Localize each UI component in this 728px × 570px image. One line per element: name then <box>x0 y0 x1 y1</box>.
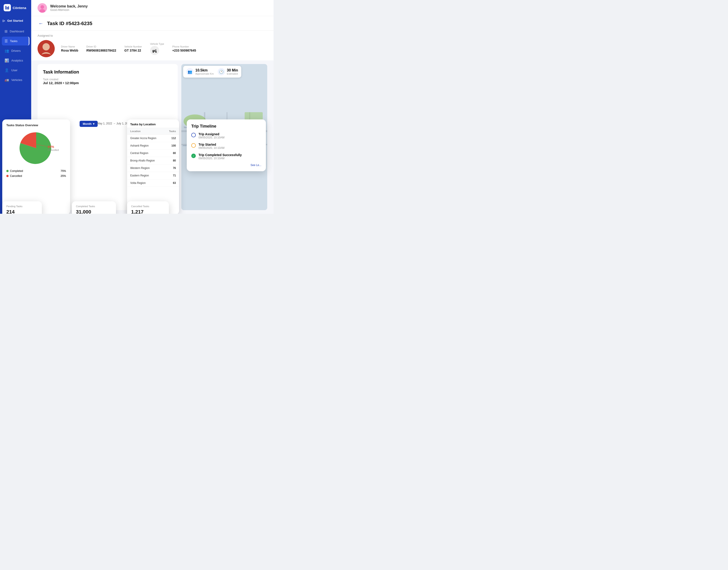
driver-name-value: Rosa Webb <box>61 49 78 52</box>
tbl-header: Tasks by Location <box>127 119 179 128</box>
sidebar-item-tasks[interactable]: ☰ Tasks <box>2 37 29 45</box>
list-item: Trip Started 09/05/2020, 10:10AM <box>191 143 261 150</box>
pie-legend: Completed 75% Cancelled 25% <box>6 170 66 178</box>
see-more-link[interactable]: See Le... <box>191 164 261 167</box>
timeline-date: 09/05/2020, 10:10AM <box>198 157 242 160</box>
back-button[interactable]: ← <box>38 20 44 27</box>
welcome-greeting: Welcome back, Jenny <box>50 4 88 8</box>
table-row: Brong-Ahafo Region80 <box>127 157 179 165</box>
cancelled-label: Cancelled <box>10 175 22 178</box>
task-info-title: Task Information <box>43 69 172 75</box>
svg-rect-1 <box>7 7 8 9</box>
table-row: Greater Accra Region112 <box>127 134 179 142</box>
distance-value: 10.5km <box>195 68 214 72</box>
table-row: Western Region76 <box>127 165 179 172</box>
date-range: May 1, 2022 → July 1, 2022 <box>97 122 131 125</box>
time-label: Estimated <box>227 72 238 75</box>
completed-icon: ✓ <box>191 154 196 158</box>
svg-rect-0 <box>5 6 6 9</box>
phone-group: Phone Number +233 500987645 <box>172 45 196 52</box>
app-name: Cöntena <box>13 6 26 10</box>
task-id: Task ID #5423-6235 <box>47 21 92 26</box>
sidebar-item-analytics[interactable]: 📊 Analytics <box>2 56 29 65</box>
svg-point-12 <box>153 51 154 53</box>
get-started-button[interactable]: ▷ Get Started <box>0 17 31 27</box>
dashboard-label: Dashboard <box>10 30 24 33</box>
timeline-status: Trip Started <box>198 143 224 147</box>
tasks-by-location-card: Tasks by Location Location Tasks Greater… <box>127 119 179 214</box>
analytics-label: Analytics <box>11 59 23 62</box>
svg-line-24 <box>28 142 50 147</box>
table-row: Central Region80 <box>127 150 179 157</box>
pie-label: 25% Cancelled <box>48 145 59 151</box>
completed-tasks-value: 31,000 <box>76 209 112 214</box>
svg-point-4 <box>40 5 44 9</box>
map-stats-overlay: 👥 10.5km Approximate Km 🕐 30 Min Estimat… <box>183 66 241 77</box>
cancelled-tasks-value: 1,217 <box>131 209 165 214</box>
completed-tasks-label: Completed Tasks <box>76 205 112 208</box>
sidebar-item-drivers[interactable]: 👥 Drivers <box>2 46 29 55</box>
pie-percentage: 25% <box>48 145 59 149</box>
sidebar-item-dashboard[interactable]: ⊞ Dashboard <box>2 27 29 36</box>
sidebar-item-user[interactable]: 👤 User <box>2 66 29 75</box>
avatar <box>38 3 47 13</box>
vehicles-icon: 🚛 <box>5 78 9 82</box>
welcome-text: Welcome back, Jenny Good Afternoon <box>50 4 88 12</box>
time-stat: 🕐 30 Min Estimated <box>218 68 238 75</box>
tasks-icon: ☰ <box>5 39 8 43</box>
timeline-date: 09/05/2020, 10:10AM <box>198 147 224 150</box>
phone-value: +233 500987645 <box>172 49 196 52</box>
vehicle-number-group: Vehicle Number GT 3784 22 <box>124 45 142 52</box>
pending-tasks-card: Pending Tasks 214 80k <box>2 201 42 214</box>
completed-tasks-card: Completed Tasks 31,000 +20% 80k <box>72 201 116 214</box>
distance-label: Approximate Km <box>195 72 214 75</box>
legend-cancelled: Cancelled 25% <box>6 175 66 178</box>
svg-rect-2 <box>8 6 9 9</box>
task-header: ← Task ID #5423-6235 <box>38 20 267 27</box>
completed-pct: 75% <box>61 170 66 173</box>
tbl-body: Greater Accra Region112Ashanti Region100… <box>127 134 179 187</box>
vehicle-type-icon <box>150 46 159 55</box>
vehicle-type-group: Vehicle Type <box>150 42 164 55</box>
tasks-status-overview-card: Tasks Status Overview 25% Cancelled <box>2 119 70 214</box>
date-from: May 1, 2022 <box>97 122 112 125</box>
time-icon: 🕐 <box>218 68 225 75</box>
vehicles-label: Vehicles <box>11 78 22 82</box>
drivers-label: Drivers <box>11 49 21 52</box>
pending-value: 214 <box>6 209 38 214</box>
svg-point-7 <box>42 43 50 50</box>
get-started-label: Get Started <box>7 19 23 22</box>
col-tasks: Tasks <box>169 130 176 132</box>
pie-sublabel: Cancelled <box>48 149 59 151</box>
sidebar-item-vehicles[interactable]: 🚛 Vehicles <box>2 75 29 84</box>
distance-stat: 👥 10.5km Approximate Km <box>186 68 214 75</box>
drivers-icon: 👥 <box>5 49 9 53</box>
col-location: Location <box>130 130 141 132</box>
month-button[interactable]: Month ▾ <box>80 121 98 127</box>
table-row: Eastern Region71 <box>127 172 179 179</box>
vehicle-type-label: Vehicle Type <box>150 42 164 45</box>
driver-id-value: RW06081988378422 <box>86 49 116 52</box>
chevron-down-icon: ▾ <box>93 122 94 125</box>
table-row: Volta Region63 <box>127 179 179 187</box>
completed-label: Completed <box>10 170 23 173</box>
legend-completed: Completed 75% <box>6 170 66 173</box>
arrow-icon: → <box>113 122 116 125</box>
welcome-prefix: Welcome back, <box>50 4 76 8</box>
driver-avatar <box>38 40 55 57</box>
assigned-label: Assigned to <box>38 34 267 37</box>
assigned-section: Assigned to Driver Name Rosa Webb Driver… <box>31 31 273 60</box>
cancelled-tasks-card: Cancelled Tasks 1,217 80k <box>127 201 169 214</box>
time-value: 30 Min <box>227 68 238 72</box>
pending-label: Pending Tasks <box>6 205 38 208</box>
driver-id-group: Driver ID RW06081988378422 <box>86 45 116 52</box>
trip-title: Trip Timeline <box>191 124 261 129</box>
pie-chart: 25% Cancelled <box>18 130 54 166</box>
time-greeting: Good Afternoon <box>50 8 88 12</box>
svg-point-13 <box>155 51 157 53</box>
analytics-icon: 📊 <box>5 58 9 63</box>
list-item: Trip Assigned 09/05/2020, 10:10AM <box>191 132 261 139</box>
month-label: Month <box>83 122 92 125</box>
vehicle-number-value: GT 3784 22 <box>124 49 142 52</box>
driver-name-label: Driver Name <box>61 45 78 48</box>
